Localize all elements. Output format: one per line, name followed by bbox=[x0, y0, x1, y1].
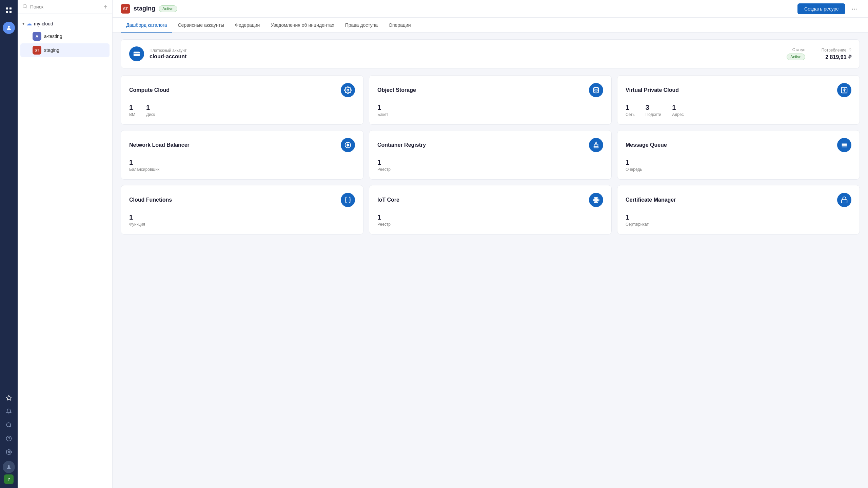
billing-name: cloud-account bbox=[150, 54, 781, 60]
service-card-iot-core[interactable]: IoT Core 1 Реестр bbox=[369, 185, 612, 235]
tab-service-accounts[interactable]: Сервисные аккаунты bbox=[172, 18, 230, 33]
favorites-icon[interactable] bbox=[3, 392, 15, 404]
billing-right: Статус Active Потребление ? 2 819,91 ₽ bbox=[787, 47, 851, 60]
service-icon bbox=[589, 138, 603, 152]
service-stat: 1 Сертификат bbox=[626, 213, 649, 227]
svg-rect-14 bbox=[134, 52, 140, 56]
billing-consumption-block: Потребление ? 2 819,91 ₽ bbox=[822, 47, 851, 60]
service-stat-value: 1 bbox=[626, 103, 635, 111]
billing-status-block: Статус Active bbox=[787, 47, 805, 60]
svg-point-17 bbox=[594, 87, 599, 89]
tab-dashboard[interactable]: Дашборд каталога bbox=[121, 18, 172, 33]
service-stats: 1 Реестр bbox=[377, 158, 603, 172]
help-icon[interactable] bbox=[3, 432, 15, 445]
service-stats: 1 Бакет bbox=[377, 103, 603, 117]
project-tag: ST bbox=[121, 4, 130, 14]
service-stat-label: Реестр bbox=[377, 167, 391, 172]
service-card-virtual-private-cloud[interactable]: Virtual Private Cloud 1 Сеть 3 Подсети 1… bbox=[617, 75, 860, 125]
service-stats: 1 ВМ 1 Диск bbox=[129, 103, 355, 117]
billing-card[interactable]: Платежный аккаунт cloud-account Статус A… bbox=[121, 39, 860, 68]
cloud-parent[interactable]: ▾ ☁ my-cloud bbox=[18, 18, 112, 29]
service-name: Network Load Balancer bbox=[129, 142, 190, 148]
add-button[interactable]: + bbox=[103, 3, 107, 10]
sidebar-item-a-testing[interactable]: A a-testing bbox=[20, 29, 110, 43]
service-stat: 1 ВМ bbox=[129, 103, 135, 117]
service-card-network-load-balancer[interactable]: Network Load Balancer 1 Балансировщик bbox=[121, 130, 363, 180]
service-icon bbox=[837, 83, 851, 97]
service-card-object-storage[interactable]: Object Storage 1 Бакет bbox=[369, 75, 612, 125]
grid-menu-button[interactable] bbox=[3, 4, 15, 16]
svg-rect-0 bbox=[6, 7, 8, 9]
service-stat-label: Диск bbox=[146, 112, 155, 117]
support-icon[interactable]: ? bbox=[4, 474, 14, 484]
service-stats: 1 Сеть 3 Подсети 1 Адрес bbox=[626, 103, 851, 117]
service-name: Virtual Private Cloud bbox=[626, 87, 679, 93]
svg-rect-3 bbox=[9, 11, 12, 13]
service-name: Compute Cloud bbox=[129, 87, 170, 93]
service-icon bbox=[837, 193, 851, 207]
service-stats: 1 Сертификат bbox=[626, 213, 851, 227]
service-stat: 3 Подсети bbox=[646, 103, 662, 117]
service-stat-label: Бакет bbox=[377, 112, 388, 117]
service-stats: 1 Балансировщик bbox=[129, 158, 355, 172]
create-resource-button[interactable]: Создать ресурс bbox=[797, 3, 845, 14]
bottom-avatar[interactable] bbox=[3, 461, 15, 473]
billing-active-badge: Active bbox=[787, 54, 805, 60]
main-content: ST staging Active Создать ресурс ··· Даш… bbox=[113, 0, 868, 488]
service-name: Certificate Manager bbox=[626, 197, 676, 203]
tab-incidents[interactable]: Уведомления об инцидентах bbox=[265, 18, 339, 33]
svg-marker-5 bbox=[6, 395, 12, 400]
notifications-icon[interactable] bbox=[3, 405, 15, 418]
service-icon bbox=[341, 138, 355, 152]
service-stat: 1 Реестр bbox=[377, 213, 391, 227]
service-stat-label: Балансировщик bbox=[129, 167, 159, 172]
content-area: Платежный аккаунт cloud-account Статус A… bbox=[113, 33, 868, 488]
service-stat-value: 1 bbox=[129, 213, 145, 221]
sidebar-item-staging[interactable]: ST staging bbox=[20, 43, 110, 57]
user-avatar[interactable] bbox=[3, 22, 15, 34]
service-stat-label: Сеть bbox=[626, 112, 635, 117]
search-sidebar-icon bbox=[22, 4, 27, 10]
service-card-cloud-functions[interactable]: Cloud Functions 1 Функция bbox=[121, 185, 363, 235]
svg-line-7 bbox=[10, 426, 11, 427]
chevron-down-icon: ▾ bbox=[22, 21, 24, 26]
service-card-header: Message Queue bbox=[626, 138, 851, 152]
service-stat: 1 Сеть bbox=[626, 103, 635, 117]
service-stat-value: 1 bbox=[129, 158, 159, 166]
service-card-certificate-manager[interactable]: Certificate Manager 1 Сертификат bbox=[617, 185, 860, 235]
tab-access[interactable]: Права доступа bbox=[340, 18, 383, 33]
service-stat-value: 1 bbox=[377, 158, 391, 166]
service-card-message-queue[interactable]: Message Queue 1 Очередь bbox=[617, 130, 860, 180]
service-card-header: Certificate Manager bbox=[626, 193, 851, 207]
billing-consumption-label: Потребление ? bbox=[822, 47, 851, 53]
consumption-help-icon[interactable]: ? bbox=[849, 47, 851, 53]
service-stat-value: 1 bbox=[626, 158, 642, 166]
staging-label: staging bbox=[44, 47, 59, 53]
staging-tag: ST bbox=[33, 46, 41, 55]
cloud-name: my-cloud bbox=[34, 21, 53, 26]
search-icon[interactable] bbox=[3, 419, 15, 431]
search-input[interactable] bbox=[30, 4, 101, 9]
tab-operations[interactable]: Операции bbox=[383, 18, 416, 33]
service-stat-label: Функция bbox=[129, 222, 145, 227]
a-testing-tag: A bbox=[33, 32, 41, 41]
service-stat: 1 Балансировщик bbox=[129, 158, 159, 172]
service-card-container-registry[interactable]: Container Registry 1 Реестр bbox=[369, 130, 612, 180]
service-card-compute-cloud[interactable]: Compute Cloud 1 ВМ 1 Диск bbox=[121, 75, 363, 125]
service-stat-value: 1 bbox=[377, 213, 391, 221]
service-name: Message Queue bbox=[626, 142, 667, 148]
service-stat-value: 1 bbox=[146, 103, 155, 111]
billing-info: Платежный аккаунт cloud-account bbox=[150, 48, 781, 60]
svg-rect-33 bbox=[842, 200, 847, 203]
billing-status-label: Статус bbox=[787, 47, 805, 52]
service-icon bbox=[589, 193, 603, 207]
more-options-button[interactable]: ··· bbox=[849, 3, 860, 14]
svg-rect-1 bbox=[9, 7, 12, 9]
tab-federation[interactable]: Федерации bbox=[230, 18, 265, 33]
settings-icon[interactable] bbox=[3, 446, 15, 458]
service-card-header: Container Registry bbox=[377, 138, 603, 152]
search-bar: + bbox=[18, 0, 112, 14]
tab-nav: Дашборд каталога Сервисные аккаунты Феде… bbox=[113, 18, 868, 33]
service-stat-value: 1 bbox=[626, 213, 649, 221]
a-testing-label: a-testing bbox=[44, 34, 62, 39]
